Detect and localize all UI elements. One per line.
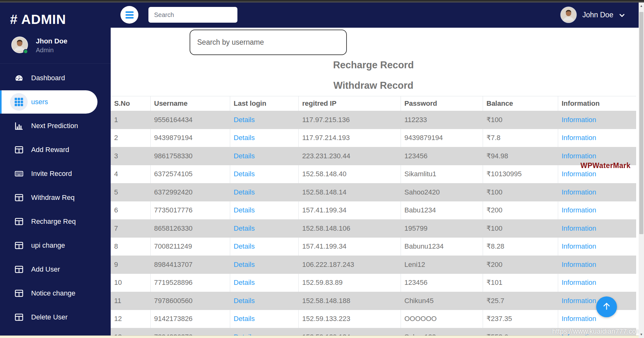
table-cell: Details bbox=[230, 111, 298, 129]
table-cell: ₹7.8 bbox=[483, 129, 558, 147]
information-link[interactable]: Information bbox=[562, 224, 596, 233]
table-row: 117978600560Details152.58.148.188Chikun4… bbox=[111, 292, 636, 310]
sidebar-item-label: Dashboard bbox=[31, 74, 65, 82]
vertical-scrollbar[interactable]: ▲ ▼ bbox=[639, 3, 644, 338]
table-cell: 9861758330 bbox=[150, 147, 230, 165]
table-icon bbox=[15, 217, 23, 226]
table-cell: Information bbox=[558, 219, 636, 238]
sidebar-item-label: Notice change bbox=[31, 289, 75, 297]
table-cell: 10 bbox=[111, 274, 150, 292]
table-cell: ₹25.7 bbox=[483, 292, 558, 310]
sidebar-item-delete-user[interactable]: Delete User bbox=[0, 305, 111, 329]
table-cell: 3 bbox=[111, 147, 150, 165]
hamburger-icon bbox=[125, 11, 134, 13]
information-link[interactable]: Information bbox=[562, 116, 596, 124]
table-cell: ₹237.35 bbox=[483, 310, 558, 328]
sidebar-item-dashboard[interactable]: Dashboard bbox=[0, 66, 111, 90]
information-link[interactable]: Information bbox=[562, 134, 596, 142]
table-cell: Details bbox=[230, 274, 298, 292]
table-cell: 9 bbox=[111, 256, 150, 274]
details-link[interactable]: Details bbox=[234, 188, 255, 196]
arrow-up-icon bbox=[601, 301, 612, 313]
sidebar-item-label: Withdraw Req bbox=[31, 194, 75, 202]
details-link[interactable]: Details bbox=[234, 206, 255, 214]
sidebar-item-notice-change[interactable]: Notice change bbox=[0, 281, 111, 305]
details-link[interactable]: Details bbox=[234, 170, 255, 178]
table-cell: ₹101 bbox=[483, 274, 558, 292]
table-icon bbox=[15, 289, 23, 298]
table-cell: 195799 bbox=[401, 219, 483, 238]
sidebar-item-invite-record[interactable]: Invite Record bbox=[0, 162, 111, 186]
scroll-to-top-button[interactable] bbox=[596, 296, 617, 317]
sidebar-item-add-reward[interactable]: Add Reward bbox=[0, 138, 111, 162]
information-link[interactable]: Information bbox=[562, 170, 596, 178]
username-search-input[interactable] bbox=[190, 30, 347, 55]
scrollbar-down-arrow[interactable]: ▼ bbox=[639, 332, 644, 337]
sidebar-toggle-button[interactable] bbox=[120, 6, 138, 24]
table-cell: 11 bbox=[111, 292, 150, 310]
sidebar-item-upi-change[interactable]: upi change bbox=[0, 234, 111, 257]
details-link[interactable]: Details bbox=[234, 279, 255, 287]
scrollbar-thumb[interactable] bbox=[639, 12, 643, 234]
table-cell: ₹200 bbox=[483, 201, 558, 220]
table-cell: Details bbox=[230, 219, 298, 238]
information-link[interactable]: Information bbox=[562, 152, 596, 160]
table-cell: ₹10130995 bbox=[483, 165, 558, 183]
information-link[interactable]: Information bbox=[562, 188, 596, 196]
table-cell: 152.58.148.106 bbox=[298, 219, 401, 238]
table-cell: ₹558.6 bbox=[483, 328, 558, 335]
admin-panel-page: John Doe # ADMIN Jhon Doe Admin Dashboar… bbox=[0, 0, 644, 338]
table-cell: Sahoo2420 bbox=[401, 183, 483, 201]
information-link[interactable]: Information bbox=[562, 297, 596, 305]
table-cell: 8658126330 bbox=[150, 219, 230, 238]
table-cell: 7978600560 bbox=[150, 292, 230, 310]
table-cell: 13 bbox=[111, 328, 150, 335]
sidebar-item-next-prediction[interactable]: Next Prediction bbox=[0, 114, 111, 138]
table-icon bbox=[15, 241, 23, 250]
table-cell: 7719528896 bbox=[150, 274, 230, 292]
table-cell: 4 bbox=[111, 165, 150, 183]
sidebar-item-withdraw-req[interactable]: Withdraw Req bbox=[0, 186, 111, 210]
details-link[interactable]: Details bbox=[234, 333, 255, 335]
table-cell: ₹200 bbox=[483, 256, 558, 274]
column-header: S.No bbox=[111, 96, 150, 111]
details-link[interactable]: Details bbox=[234, 116, 255, 124]
details-link[interactable]: Details bbox=[234, 134, 255, 142]
scrollbar-up-arrow[interactable]: ▲ bbox=[639, 3, 644, 8]
table-cell: 117.97.214.193 bbox=[298, 129, 401, 147]
details-link[interactable]: Details bbox=[234, 242, 255, 251]
user-menu[interactable]: John Doe bbox=[560, 5, 625, 25]
sidebar-item-recharge-req[interactable]: Recharge Req bbox=[0, 210, 111, 234]
information-link[interactable]: Information bbox=[562, 315, 596, 323]
table-cell: Details bbox=[230, 201, 298, 220]
sidebar-user-name: Jhon Doe bbox=[36, 37, 67, 45]
sidebar-item-label: users bbox=[31, 98, 48, 106]
table-cell: 1 bbox=[111, 111, 150, 129]
app-logo: # ADMIN bbox=[10, 12, 66, 27]
details-link[interactable]: Details bbox=[234, 224, 255, 233]
table-icon bbox=[15, 265, 23, 274]
watermark-url: https://www.kuaidian777.com bbox=[552, 327, 642, 335]
details-link[interactable]: Details bbox=[234, 297, 255, 305]
table-cell: 123456 bbox=[401, 274, 483, 292]
table-row: 107719528896Details152.59.83.89123456₹10… bbox=[111, 274, 636, 292]
information-link[interactable]: Information bbox=[562, 279, 596, 287]
information-link[interactable]: Information bbox=[562, 242, 596, 251]
column-header: Balance bbox=[483, 96, 558, 111]
table-cell: Details bbox=[230, 310, 298, 328]
sidebar-item-users[interactable]: users bbox=[0, 90, 111, 114]
sidebar-item-add-user[interactable]: Add User bbox=[0, 257, 111, 281]
information-link[interactable]: Information bbox=[562, 261, 596, 269]
table-cell: Details bbox=[230, 129, 298, 147]
top-search-input[interactable] bbox=[148, 7, 237, 23]
table-cell: ₹94.98 bbox=[483, 147, 558, 165]
details-link[interactable]: Details bbox=[234, 152, 255, 160]
table-cell: Information bbox=[558, 256, 636, 274]
table-cell: Details bbox=[230, 147, 298, 165]
details-link[interactable]: Details bbox=[234, 315, 255, 323]
information-link[interactable]: Information bbox=[562, 206, 596, 214]
details-link[interactable]: Details bbox=[234, 261, 255, 269]
table-cell: Details bbox=[230, 183, 298, 201]
table-row: 78658126330Details152.58.148.106195799₹1… bbox=[111, 219, 636, 238]
table-cell: 9439879194 bbox=[150, 129, 230, 147]
